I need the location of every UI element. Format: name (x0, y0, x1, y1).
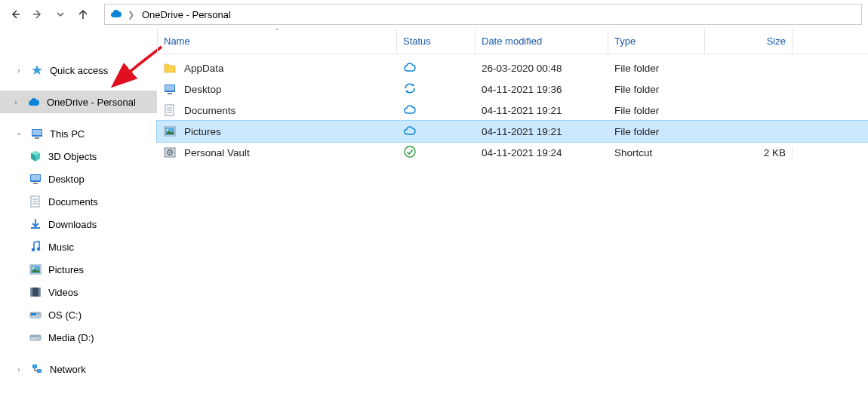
sidebar-item-label: Documents (48, 196, 98, 208)
os-drive-icon (29, 308, 42, 321)
file-size: 2 KB (764, 147, 786, 158)
forward-button[interactable] (29, 5, 47, 23)
onedrive-icon (109, 7, 123, 23)
media-drive-icon (29, 331, 42, 344)
sidebar-item-label: Videos (48, 287, 78, 298)
file-date: 04-11-2021 19:36 (482, 84, 562, 95)
breadcrumb-segment[interactable]: OneDrive - Personal (139, 8, 234, 22)
file-name: Pictures (184, 126, 221, 137)
column-label: Status (403, 35, 431, 47)
sort-ascending-icon: ˄ (275, 28, 279, 35)
sidebar-item-documents[interactable]: Documents (0, 190, 157, 213)
chevron-right-icon[interactable]: › (15, 66, 23, 75)
monitor-icon (30, 127, 44, 140)
file-row[interactable]: Personal Vault04-11-2021 19:24Shortcut2 … (157, 142, 868, 163)
onedrive-icon (27, 95, 41, 109)
back-button[interactable] (6, 5, 24, 23)
sidebar-item-label: Pictures (48, 264, 84, 275)
chevron-right-icon[interactable]: › (15, 365, 23, 374)
file-row[interactable]: Documents04-11-2021 19:21File folder (157, 100, 868, 121)
sidebar-item-media-d-[interactable]: Media (D:) (0, 326, 157, 349)
folder-icon (163, 61, 177, 75)
sidebar-item-label: Music (48, 241, 74, 253)
sidebar-item-label: 3D Objects (48, 151, 97, 162)
file-date: 04-11-2021 19:24 (482, 147, 562, 158)
sidebar-item-label: Downloads (48, 219, 97, 230)
address-bar[interactable]: ❯ OneDrive - Personal (104, 4, 862, 25)
column-header-type[interactable]: Type (608, 29, 705, 54)
chevron-right-icon[interactable]: ❯ (128, 10, 134, 20)
file-row[interactable]: Desktop04-11-2021 19:36File folder (157, 78, 868, 100)
file-name: AppData (184, 63, 224, 74)
sidebar-item-os-c-[interactable]: OS (C:) (0, 303, 157, 326)
cloud-status-icon (403, 124, 417, 140)
pictures-icon (29, 263, 42, 276)
sidebar-item-label: OneDrive - Personal (47, 97, 136, 108)
up-button[interactable] (74, 5, 92, 23)
column-label: Name (164, 35, 190, 47)
sidebar-item-quick-access[interactable]: › Quick access (0, 59, 157, 82)
3d-objects-icon (29, 149, 42, 163)
desktop-icon (163, 82, 177, 96)
column-headers: ˄ Name Status Date modified Type Size (157, 29, 868, 54)
music-icon (29, 240, 42, 254)
cloud-status-icon (403, 60, 417, 76)
file-date: 04-11-2021 19:21 (482, 105, 562, 116)
navigation-toolbar: ❯ OneDrive - Personal (0, 0, 868, 29)
column-header-name[interactable]: ˄ Name (157, 29, 397, 54)
navigation-tree: › Quick access › OneDrive - Personal › T… (0, 29, 157, 403)
file-date: 04-11-2021 19:21 (482, 126, 562, 137)
breadcrumb-label: OneDrive - Personal (142, 9, 231, 20)
network-icon (30, 362, 44, 376)
sidebar-item-label: OS (C:) (48, 309, 82, 321)
documents-icon (163, 103, 177, 117)
documents-icon (29, 195, 42, 208)
column-header-status[interactable]: Status (397, 29, 476, 54)
file-name: Desktop (184, 84, 222, 95)
sidebar-item-downloads[interactable]: Downloads (0, 213, 157, 235)
sidebar-item-desktop[interactable]: Desktop (0, 168, 157, 190)
recent-locations-dropdown[interactable] (51, 5, 69, 23)
sidebar-item-music[interactable]: Music (0, 235, 157, 258)
file-type: File folder (614, 84, 659, 95)
file-type: Shortcut (614, 147, 652, 158)
vault-icon (163, 146, 177, 159)
file-row[interactable]: AppData26-03-2020 00:48File folder (157, 57, 868, 78)
file-date: 26-03-2020 00:48 (482, 63, 562, 74)
pictures-icon (163, 125, 177, 138)
chevron-right-icon[interactable]: › (12, 98, 20, 106)
cloud-status-icon (403, 103, 417, 118)
synced-status-icon (403, 145, 417, 161)
videos-icon (29, 285, 42, 299)
column-header-size[interactable]: Size (705, 29, 793, 54)
sidebar-item-pictures[interactable]: Pictures (0, 258, 157, 281)
file-row[interactable]: Pictures04-11-2021 19:21File folder (157, 121, 868, 142)
column-header-date[interactable]: Date modified (476, 29, 608, 54)
column-label: Type (614, 35, 636, 47)
sidebar-item-label: Media (D:) (48, 332, 94, 343)
chevron-down-icon[interactable]: › (15, 130, 23, 137)
file-name: Documents (184, 105, 235, 116)
sidebar-item-3d-objects[interactable]: 3D Objects (0, 145, 157, 168)
sidebar-item-label: This PC (50, 128, 85, 140)
sidebar-item-network[interactable]: › Network (0, 358, 157, 380)
sidebar-item-videos[interactable]: Videos (0, 281, 157, 303)
file-name: Personal Vault (184, 147, 250, 158)
desktop-icon (29, 172, 42, 186)
downloads-icon (29, 217, 42, 231)
sidebar-item-label: Network (50, 364, 86, 375)
syncing-status-icon (403, 82, 417, 97)
sidebar-item-onedrive[interactable]: › OneDrive - Personal (0, 91, 157, 113)
column-label: Date modified (482, 35, 542, 47)
file-list: ˄ Name Status Date modified Type Size Ap… (157, 29, 868, 403)
file-type: File folder (614, 63, 659, 74)
file-type: File folder (614, 105, 659, 116)
star-icon (30, 63, 44, 77)
file-type: File folder (614, 126, 659, 137)
column-label: Size (767, 35, 786, 47)
sidebar-item-label: Desktop (48, 174, 85, 185)
sidebar-item-label: Quick access (50, 65, 108, 76)
sidebar-item-this-pc[interactable]: › This PC (0, 122, 157, 145)
